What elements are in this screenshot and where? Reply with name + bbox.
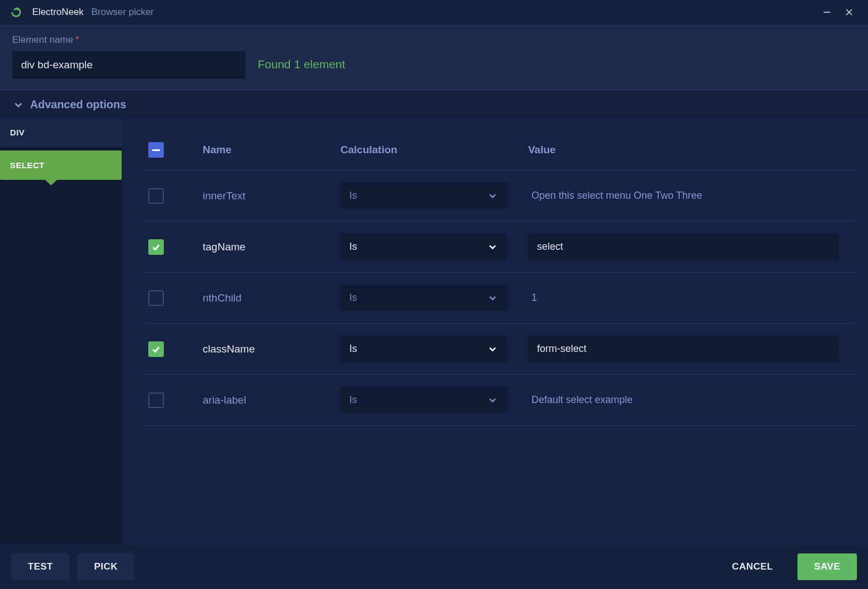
- close-button[interactable]: [838, 1, 860, 23]
- element-name-input[interactable]: [12, 51, 245, 79]
- calculation-value: Is: [349, 292, 357, 304]
- column-header-value: Value: [528, 144, 851, 156]
- row-checkbox[interactable]: [148, 290, 164, 306]
- property-name: innerText: [203, 190, 330, 202]
- tab-div[interactable]: DIV: [0, 118, 122, 147]
- row-checkbox[interactable]: [148, 188, 164, 204]
- property-name: className: [203, 343, 330, 355]
- titlebar: ElectroNeek Browser picker: [0, 0, 868, 24]
- header-panel: Element name* Found 1 element: [0, 24, 868, 91]
- calculation-select[interactable]: Is: [340, 183, 507, 209]
- property-name: nthChild: [203, 292, 330, 304]
- property-value-input[interactable]: [528, 234, 839, 260]
- tab-select[interactable]: SELECT: [0, 150, 122, 180]
- element-name-field-group: Element name*: [12, 34, 245, 79]
- chevron-down-icon: [487, 293, 498, 304]
- table-row: nthChild Is 1: [144, 273, 856, 324]
- property-name: tagName: [203, 241, 330, 253]
- row-checkbox[interactable]: [148, 341, 164, 357]
- table-row: tagName Is: [144, 221, 856, 273]
- property-value-input[interactable]: [528, 336, 839, 362]
- minimize-button[interactable]: [816, 1, 838, 23]
- properties-panel: Name Calculation Value innerText Is Open…: [122, 118, 868, 545]
- property-value: Open this select menu One Two Three: [528, 190, 851, 202]
- table-row: innerText Is Open this select menu One T…: [144, 170, 856, 221]
- element-name-label-text: Element name: [12, 34, 73, 45]
- required-asterisk: *: [76, 34, 79, 45]
- found-elements-text: Found 1 element: [258, 58, 345, 79]
- row-checkbox[interactable]: [148, 239, 164, 255]
- chevron-down-icon: [487, 241, 498, 253]
- table-row: className Is: [144, 324, 856, 375]
- calculation-value: Is: [349, 343, 357, 355]
- footer-bar: TEST PICK CANCEL SAVE: [0, 545, 868, 589]
- column-header-name: Name: [203, 144, 330, 156]
- table-row: aria-label Is Default select example: [144, 375, 856, 426]
- calculation-select[interactable]: Is: [340, 234, 507, 260]
- calculation-select[interactable]: Is: [340, 336, 507, 362]
- property-name: aria-label: [203, 394, 330, 406]
- calculation-select[interactable]: Is: [340, 387, 507, 413]
- property-value: 1: [528, 292, 851, 304]
- select-all-checkbox[interactable]: [148, 142, 164, 158]
- main-area: DIV SELECT Name Calculation Value innerT…: [0, 118, 868, 545]
- chevron-down-icon: [12, 99, 24, 111]
- advanced-options-label: Advanced options: [30, 98, 126, 111]
- table-header-row: Name Calculation Value: [144, 130, 856, 170]
- chevron-down-icon: [487, 344, 498, 355]
- element-name-label: Element name*: [12, 34, 245, 46]
- test-button[interactable]: TEST: [11, 553, 69, 580]
- calculation-value: Is: [349, 190, 357, 202]
- window-title: Browser picker: [92, 7, 154, 18]
- property-value: Default select example: [528, 394, 851, 406]
- calculation-select[interactable]: Is: [340, 285, 507, 311]
- app-logo-icon: [10, 6, 22, 18]
- chevron-down-icon: [487, 395, 498, 406]
- cancel-button[interactable]: CANCEL: [715, 553, 790, 580]
- chevron-down-icon: [487, 190, 498, 202]
- column-header-calculation: Calculation: [340, 144, 518, 156]
- advanced-options-toggle[interactable]: Advanced options: [0, 91, 868, 118]
- app-name: ElectroNeek: [32, 7, 84, 18]
- pick-button[interactable]: PICK: [77, 553, 134, 580]
- calculation-value: Is: [349, 241, 357, 253]
- save-button[interactable]: SAVE: [797, 553, 857, 580]
- element-tabs-sidebar: DIV SELECT: [0, 118, 122, 545]
- row-checkbox[interactable]: [148, 392, 164, 408]
- calculation-value: Is: [349, 394, 357, 406]
